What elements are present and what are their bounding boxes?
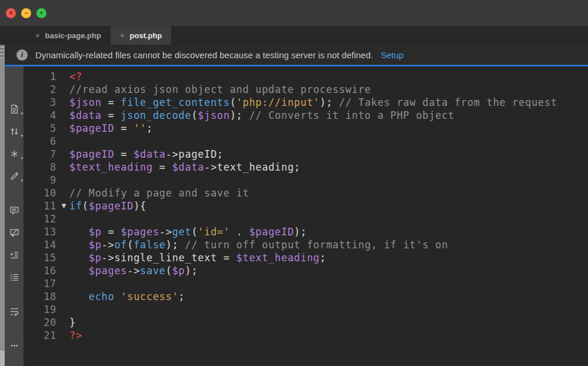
splitter-nub[interactable] (0, 351, 5, 366)
splitter-grip-icon[interactable] (0, 45, 5, 59)
code-text: if($pageID){ (69, 199, 588, 212)
line-number: 3 (24, 96, 59, 109)
fold-spacer (59, 148, 69, 161)
tab-post.php[interactable]: ×post.php (111, 26, 171, 45)
line-number: 4 (24, 109, 59, 122)
info-icon: i (16, 49, 28, 61)
code-toolbar: ▾▾▾▾ (5, 66, 24, 366)
tab-label: post.php (130, 31, 162, 40)
code-line-11[interactable]: 11▼if($pageID){ (24, 199, 588, 212)
code-line-15[interactable]: 15 $p->single_line_text = $text_heading; (24, 251, 588, 264)
code-line-5[interactable]: 5$pageID = ''; (24, 122, 588, 135)
code-text (69, 174, 588, 187)
line-number: 7 (24, 148, 59, 161)
code-line-19[interactable]: 19 (24, 303, 588, 316)
line-number: 19 (24, 303, 59, 316)
content-column: i Dynamically-related files cannot be di… (5, 45, 588, 366)
code-line-4[interactable]: 4$data = json_decode($json); // Converts… (24, 109, 588, 122)
code-line-13[interactable]: 13 $p = $pages->get('id=' . $pageID); (24, 225, 588, 238)
code-line-12[interactable]: 12 (24, 212, 588, 225)
remove-comment-icon[interactable] (7, 225, 21, 239)
recent-snippets-icon[interactable] (7, 270, 21, 284)
code-line-6[interactable]: 6 (24, 135, 588, 148)
main-area: i Dynamically-related files cannot be di… (0, 45, 588, 366)
apply-comment-icon[interactable] (7, 203, 21, 217)
code-text: //read axios json object and update proc… (69, 83, 588, 96)
indent-icon[interactable] (7, 248, 21, 262)
zoom-button[interactable]: + (36, 8, 46, 18)
fold-spacer (59, 135, 69, 148)
code-text: $pages->save($p); (69, 264, 588, 277)
code-area: 1<?2//read axios json object and update … (24, 70, 588, 342)
line-number: 18 (24, 290, 59, 303)
fold-spacer (59, 122, 69, 135)
line-number: 13 (24, 225, 59, 238)
dropdown-caret-icon: ▾ (21, 156, 23, 161)
code-line-10[interactable]: 10// Modify a page and save it (24, 187, 588, 199)
notification-message: Dynamically-related files cannot be disc… (35, 50, 373, 60)
open-documents-icon[interactable]: ▾ (7, 102, 21, 116)
title-bar: ×−+ (0, 0, 588, 26)
line-number: 9 (24, 174, 59, 187)
workspace: ▾▾▾▾ 1<?2//read axios json object and up… (5, 66, 588, 366)
line-number: 17 (24, 277, 59, 290)
notification-bar: i Dynamically-related files cannot be di… (5, 45, 588, 66)
dropdown-caret-icon: ▾ (21, 111, 23, 116)
code-line-3[interactable]: 3$json = file_get_contents('php://input'… (24, 96, 588, 109)
line-number: 21 (24, 329, 59, 342)
tab-close-icon[interactable]: × (35, 31, 40, 40)
fold-toggle-icon[interactable]: ▼ (59, 199, 69, 212)
fold-spacer (59, 329, 69, 342)
minimize-button[interactable]: − (21, 8, 31, 18)
tab-bar: ×basic-page.php×post.php (0, 26, 588, 45)
code-line-14[interactable]: 14 $p->of(false); // turn off output for… (24, 238, 588, 251)
collapse-tag-icon[interactable]: ▾ (7, 147, 21, 161)
line-number: 6 (24, 135, 59, 148)
clean-markup-icon[interactable]: ▾ (7, 169, 21, 183)
code-line-2[interactable]: 2//read axios json object and update pro… (24, 83, 588, 96)
code-line-20[interactable]: 20} (24, 316, 588, 329)
code-text: <? (69, 70, 588, 83)
code-line-21[interactable]: 21?> (24, 329, 588, 342)
code-line-17[interactable]: 17 (24, 277, 588, 290)
tab-close-icon[interactable]: × (120, 31, 125, 40)
editor[interactable]: 1<?2//read axios json object and update … (24, 66, 588, 366)
more-options-icon[interactable] (7, 338, 21, 352)
panel-splitter[interactable] (0, 45, 5, 366)
code-text (69, 277, 588, 290)
line-number: 15 (24, 251, 59, 264)
code-text: $data = json_decode($json); // Converts … (69, 109, 588, 122)
line-number: 8 (24, 161, 59, 174)
close-button[interactable]: × (6, 8, 16, 18)
fold-spacer (59, 225, 69, 238)
code-text (69, 212, 588, 225)
setup-link[interactable]: Setup (380, 50, 403, 60)
fold-spacer (59, 316, 69, 329)
word-wrap-icon[interactable] (7, 304, 21, 318)
fold-spacer (59, 161, 69, 174)
line-number: 16 (24, 264, 59, 277)
fold-spacer (59, 264, 69, 277)
swap-lines-icon[interactable]: ▾ (7, 124, 21, 138)
code-text: $p = $pages->get('id=' . $pageID); (69, 225, 588, 238)
code-line-18[interactable]: 18 echo 'success'; (24, 290, 588, 303)
tab-label: basic-page.php (45, 31, 101, 40)
fold-spacer (59, 238, 69, 251)
tab-basic-page.php[interactable]: ×basic-page.php (26, 26, 111, 45)
dropdown-caret-icon: ▾ (21, 134, 23, 138)
code-line-1[interactable]: 1<? (24, 70, 588, 83)
dropdown-caret-icon: ▾ (21, 178, 23, 183)
fold-spacer (59, 174, 69, 187)
window-controls: ×−+ (6, 8, 46, 18)
code-text: echo 'success'; (69, 290, 588, 303)
fold-spacer (59, 96, 69, 109)
fold-spacer (59, 290, 69, 303)
code-text: $pageID = ''; (69, 122, 588, 135)
code-line-7[interactable]: 7$pageID = $data->pageID; (24, 148, 588, 161)
code-line-8[interactable]: 8$text_heading = $data->text_heading; (24, 161, 588, 174)
code-text: $p->single_line_text = $text_heading; (69, 251, 588, 264)
fold-spacer (59, 277, 69, 290)
fold-spacer (59, 212, 69, 225)
code-line-9[interactable]: 9 (24, 174, 588, 187)
code-line-16[interactable]: 16 $pages->save($p); (24, 264, 588, 277)
